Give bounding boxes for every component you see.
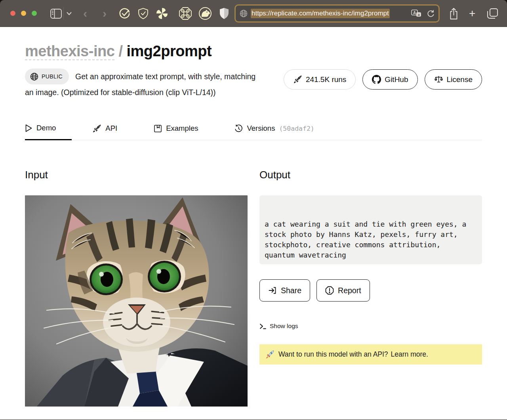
share-button[interactable]: Share <box>259 279 310 302</box>
globe-icon <box>30 73 38 81</box>
svg-text:A: A <box>413 11 416 15</box>
tab-versions-label: Versions <box>247 124 275 133</box>
tab-versions[interactable]: Versions (50adaf2) <box>234 119 330 140</box>
header-buttons: 241.5K runs GitHub License <box>284 69 482 90</box>
tab-examples[interactable]: Examples <box>154 119 214 140</box>
license-button[interactable]: License <box>425 69 482 90</box>
share-page-icon[interactable] <box>449 0 459 27</box>
terminal-icon <box>259 323 266 329</box>
about-row: PUBLIC Get an approximate text prompt, w… <box>25 69 482 100</box>
runs-count-button[interactable]: 241.5K runs <box>284 69 356 90</box>
report-octagon-icon <box>325 286 334 295</box>
learn-more-link[interactable]: Learn more. <box>391 350 428 359</box>
sidebar-toggle-icon[interactable] <box>50 0 62 27</box>
output-heading: Output <box>259 169 482 181</box>
rocket-emoji-icon <box>265 350 274 359</box>
rocket-icon <box>293 75 302 84</box>
visibility-badge: PUBLIC <box>25 69 69 84</box>
play-icon <box>25 124 32 132</box>
url-text: https://replicate.com/methexis-inc/img2p… <box>251 9 390 18</box>
tab-api-label: API <box>105 124 117 133</box>
input-heading: Input <box>25 169 248 181</box>
replicate-model-page: methexis-inc / img2prompt PUBLIC Get an … <box>0 27 507 420</box>
rocket-icon <box>92 124 101 133</box>
back-button[interactable]: ‹ <box>83 0 87 27</box>
new-tab-icon[interactable]: + <box>469 0 475 27</box>
globe-icon <box>240 10 248 17</box>
extension-animal-head-icon[interactable] <box>198 0 212 27</box>
tab-api[interactable]: API <box>92 119 133 140</box>
output-text-box: a cat wearing a suit and tie with green … <box>259 195 482 264</box>
owner-link[interactable]: methexis-inc <box>25 43 114 60</box>
model-name: img2prompt <box>127 43 212 59</box>
window-zoom-button[interactable] <box>32 11 37 16</box>
tab-examples-label: Examples <box>166 124 198 133</box>
report-label: Report <box>338 286 361 295</box>
svg-text:a: a <box>418 13 420 17</box>
tab-demo[interactable]: Demo <box>25 119 72 140</box>
window-close-button[interactable] <box>10 11 15 16</box>
api-banner: Want to run this model with an API? Lear… <box>259 344 482 365</box>
model-tabs: Demo API Examples Versions <box>25 119 482 140</box>
github-label: GitHub <box>385 75 408 84</box>
bookmark-box-icon <box>154 124 162 133</box>
tab-demo-label: Demo <box>36 124 56 132</box>
output-actions: Share Report <box>259 279 482 302</box>
report-button[interactable]: Report <box>316 279 370 302</box>
show-logs-label: Show logs <box>270 323 298 330</box>
license-label: License <box>447 75 473 84</box>
extension-circle-check-icon[interactable] <box>118 0 131 27</box>
share-arrow-icon <box>268 286 277 295</box>
forward-button[interactable]: › <box>103 0 107 27</box>
extension-command-octagon-icon[interactable] <box>179 0 192 27</box>
show-logs-toggle[interactable]: Show logs <box>259 323 298 330</box>
extension-privacy-shield-icon[interactable] <box>219 0 229 27</box>
browser-toolbar: ‹ › <box>0 0 507 27</box>
window-minimize-button[interactable] <box>21 11 26 16</box>
runs-count-label: 241.5K runs <box>306 75 346 84</box>
translate-icon[interactable]: A a <box>411 10 421 17</box>
extension-pinwheel-icon[interactable] <box>156 0 168 27</box>
url-field[interactable]: https://replicate.com/methexis-inc/img2p… <box>234 4 440 23</box>
history-clock-icon <box>234 124 243 133</box>
share-label: Share <box>281 286 301 295</box>
scales-icon <box>434 75 443 84</box>
extension-shield-check-icon[interactable] <box>137 0 149 27</box>
sidebar-chevron-down-icon[interactable] <box>67 0 72 27</box>
github-button[interactable]: GitHub <box>362 69 417 90</box>
demo-panels: Input <box>25 169 482 407</box>
page-title: methexis-inc / img2prompt <box>25 27 482 60</box>
output-panel: Output a cat wearing a suit and tie with… <box>259 169 482 407</box>
toolbar-divider <box>63 7 64 20</box>
title-separator: / <box>118 43 122 59</box>
visibility-badge-label: PUBLIC <box>42 69 63 84</box>
github-icon <box>372 75 381 84</box>
model-description-wrap: PUBLIC Get an approximate text prompt, w… <box>25 69 263 100</box>
reload-icon[interactable] <box>427 10 435 17</box>
input-panel: Input <box>25 169 248 407</box>
input-image-cat-portrait[interactable] <box>25 195 248 407</box>
banner-text: Want to run this model with an API? <box>278 350 388 359</box>
version-hash: (50adaf2) <box>279 125 314 132</box>
tab-overview-icon[interactable] <box>487 0 498 27</box>
